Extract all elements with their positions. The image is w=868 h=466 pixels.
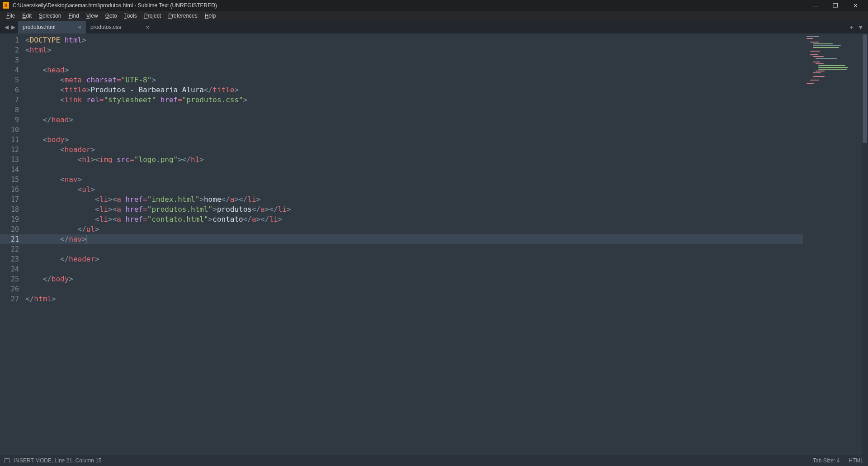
code-line[interactable]: <header> <box>25 145 803 155</box>
menu-selection[interactable]: Selection <box>35 12 65 20</box>
line-number[interactable]: 24 <box>0 264 25 274</box>
code-line[interactable]: <li><a href="index.html">home</a></li> <box>25 195 803 204</box>
minimize-button[interactable]: — <box>806 0 826 11</box>
code-line[interactable]: </body> <box>25 274 803 284</box>
code-line[interactable]: <li><a href="contato.html">contato</a></… <box>25 214 803 224</box>
code-line[interactable]: </ul> <box>25 224 803 234</box>
maximize-button[interactable]: ❐ <box>826 0 845 11</box>
code-line[interactable]: <ul> <box>25 185 803 195</box>
line-number[interactable]: 27 <box>0 294 25 304</box>
close-button[interactable]: ✕ <box>845 0 865 11</box>
code-line[interactable] <box>25 264 803 274</box>
line-number[interactable]: 10 <box>0 125 25 135</box>
line-number[interactable]: 16 <box>0 185 25 195</box>
tab-container: produtos.html×produtos.css× <box>18 21 154 33</box>
status-cursor-info: INSERT MODE, Line 21, Column 15 <box>14 457 102 464</box>
minimap[interactable] <box>803 33 862 455</box>
tab-label: produtos.html <box>23 24 56 30</box>
tab-dropdown-icon[interactable]: ▼ <box>858 24 863 31</box>
tab-label: produtos.css <box>90 24 121 30</box>
window-controls: — ❐ ✕ <box>806 0 865 11</box>
menu-help[interactable]: Help <box>201 12 220 20</box>
line-number-gutter[interactable]: 1234567891011121314151617181920212223242… <box>0 33 25 455</box>
code-line[interactable]: <h1><img src="logo.png"></h1> <box>25 155 803 165</box>
code-line[interactable]: <meta charset="UTF-8"> <box>25 75 803 85</box>
code-line[interactable] <box>25 284 803 294</box>
minimap-line <box>810 54 818 55</box>
line-number[interactable]: 21 <box>0 234 25 244</box>
vertical-scrollbar[interactable] <box>862 33 868 455</box>
app-icon: S <box>3 2 9 9</box>
status-syntax[interactable]: HTML <box>849 457 863 464</box>
line-number[interactable]: 26 <box>0 284 25 294</box>
nav-back-icon[interactable]: ◀ <box>5 24 9 30</box>
menu-edit[interactable]: Edit <box>19 12 35 20</box>
code-line[interactable]: <body> <box>25 135 803 145</box>
minimap-line <box>816 58 837 59</box>
minimap-line <box>807 36 819 37</box>
line-number[interactable]: 6 <box>0 85 25 95</box>
tab-produtos-html[interactable]: produtos.html× <box>18 21 86 33</box>
line-number[interactable]: 3 <box>0 55 25 65</box>
menu-view[interactable]: View <box>83 12 102 20</box>
code-line[interactable]: </nav> <box>25 234 803 244</box>
status-tabsize[interactable]: Tab Size: 4 <box>813 457 840 464</box>
tabbar-right: + ▼ <box>845 21 868 33</box>
nav-forward-icon[interactable]: ▶ <box>11 24 15 30</box>
minimap-line <box>813 47 839 48</box>
tab-close-icon[interactable]: × <box>72 24 81 31</box>
code-line[interactable]: <head> <box>25 65 803 75</box>
menu-find[interactable]: Find <box>65 12 82 20</box>
minimap-line <box>810 51 820 52</box>
line-number[interactable]: 8 <box>0 105 25 115</box>
code-line[interactable] <box>25 244 803 254</box>
code-line[interactable]: <li><a href="produtos.html">produtos</a>… <box>25 204 803 214</box>
nav-arrows: ◀ ▶ <box>2 21 18 33</box>
code-line[interactable]: <DOCTYPE html> <box>25 35 803 45</box>
tab-close-icon[interactable]: × <box>140 24 149 31</box>
code-line[interactable] <box>25 55 803 65</box>
line-number[interactable]: 22 <box>0 244 25 254</box>
line-number[interactable]: 14 <box>0 165 25 175</box>
menu-tools[interactable]: Tools <box>121 12 141 20</box>
statusbar: INSERT MODE, Line 21, Column 15 Tab Size… <box>0 455 868 466</box>
line-number[interactable]: 4 <box>0 65 25 75</box>
code-content[interactable]: <DOCTYPE html><html> <head> <meta charse… <box>25 33 803 455</box>
code-line[interactable]: <html> <box>25 45 803 55</box>
code-line[interactable] <box>25 125 803 135</box>
code-line[interactable] <box>25 105 803 115</box>
line-number[interactable]: 18 <box>0 204 25 214</box>
menu-file[interactable]: File <box>3 12 19 20</box>
minimap-line <box>807 38 813 39</box>
line-number[interactable]: 19 <box>0 214 25 224</box>
code-line[interactable]: <link rel="stylesheet" href="produtos.cs… <box>25 95 803 105</box>
line-number[interactable]: 25 <box>0 274 25 284</box>
line-number[interactable]: 17 <box>0 195 25 204</box>
tab-produtos-css[interactable]: produtos.css× <box>86 21 154 33</box>
code-line[interactable]: </head> <box>25 115 803 125</box>
line-number[interactable]: 11 <box>0 135 25 145</box>
scrollbar-thumb[interactable] <box>863 34 867 143</box>
line-number[interactable]: 12 <box>0 145 25 155</box>
code-line[interactable]: <nav> <box>25 175 803 185</box>
menu-project[interactable]: Project <box>141 12 165 20</box>
new-tab-icon[interactable]: + <box>850 24 854 31</box>
code-line[interactable]: </html> <box>25 294 803 304</box>
line-number[interactable]: 13 <box>0 155 25 165</box>
line-number[interactable]: 23 <box>0 254 25 264</box>
line-number[interactable]: 5 <box>0 75 25 85</box>
line-number[interactable]: 7 <box>0 95 25 105</box>
line-number[interactable]: 2 <box>0 45 25 55</box>
line-number[interactable]: 20 <box>0 224 25 234</box>
status-panel-toggle-icon[interactable] <box>5 458 9 463</box>
status-left: INSERT MODE, Line 21, Column 15 <box>5 457 102 464</box>
line-number[interactable]: 9 <box>0 115 25 125</box>
line-number[interactable]: 15 <box>0 175 25 185</box>
editor-area: 1234567891011121314151617181920212223242… <box>0 33 868 455</box>
code-line[interactable]: </header> <box>25 254 803 264</box>
code-line[interactable]: <title>Produtos - Barbearia Alura</title… <box>25 85 803 95</box>
code-line[interactable] <box>25 165 803 175</box>
line-number[interactable]: 1 <box>0 35 25 45</box>
menu-goto[interactable]: Goto <box>102 12 121 20</box>
menu-preferences[interactable]: Preferences <box>165 12 201 20</box>
